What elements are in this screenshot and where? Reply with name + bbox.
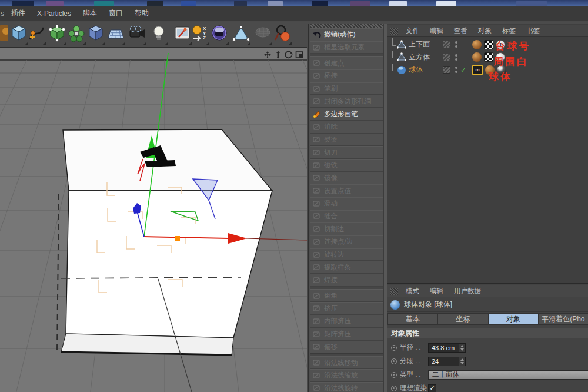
menu-item[interactable]: 插件 — [5, 6, 31, 21]
checker-texture-tag-icon[interactable] — [484, 52, 493, 62]
panel-grip[interactable] — [390, 288, 398, 295]
object-manager-menu-item[interactable]: 标签 — [497, 26, 521, 35]
command-menu-item[interactable]: 磁铁 — [310, 159, 385, 172]
command-menu-item[interactable]: 切刀 — [310, 146, 385, 159]
object-manager-menu-item[interactable]: 编辑 — [425, 26, 449, 35]
spline-pen-tool-button[interactable] — [27, 23, 46, 45]
command-menu-item[interactable]: 旋转边 — [310, 248, 385, 261]
object-row[interactable]: 上下面1 — [387, 38, 588, 51]
type-dropdown[interactable]: 二十面体 — [428, 370, 588, 380]
command-menu-item[interactable]: 倒角 — [310, 290, 385, 303]
visibility-dots[interactable] — [454, 54, 459, 61]
tab-object[interactable]: 对象 — [489, 313, 539, 325]
stepper-arrows[interactable] — [459, 344, 465, 352]
command-menu-item[interactable]: 桥接 — [310, 69, 385, 82]
menu-item[interactable]: 帮助 — [129, 6, 155, 21]
attribute-menu-item[interactable]: 用户数据 — [449, 287, 486, 295]
toggle-view-icon[interactable] — [295, 51, 303, 59]
viewport-3d[interactable] — [0, 47, 307, 392]
animation-dot-icon[interactable] — [391, 345, 397, 351]
command-menu-item[interactable]: 缝合 — [310, 210, 385, 223]
command-menu-item[interactable]: 镜像 — [310, 172, 385, 185]
camera-tool-button[interactable] — [128, 23, 147, 45]
command-menu-item[interactable]: 切割边 — [310, 222, 385, 235]
checker-texture-tag-icon[interactable] — [484, 40, 493, 49]
menu-item[interactable]: 窗口 — [103, 6, 129, 21]
dolly-view-icon[interactable] — [274, 51, 282, 59]
pan-view-icon[interactable] — [263, 51, 272, 59]
command-menu-item[interactable]: 创建点 — [310, 57, 385, 69]
attribute-menu-item[interactable]: 模式 — [400, 287, 425, 295]
enabled-check[interactable]: ✓ — [460, 66, 467, 74]
command-menu-item[interactable]: 内部挤压 — [310, 315, 385, 328]
tab-attr[interactable]: 基本 — [387, 313, 438, 325]
disabled-grid-tool-button[interactable] — [253, 23, 273, 45]
animation-dot-icon[interactable] — [391, 372, 397, 378]
coordinates-xyz-tool-button[interactable]: XYZ — [191, 23, 210, 45]
instance-cube-tool-button[interactable] — [86, 23, 106, 45]
object-row[interactable]: 球体✓∞ — [387, 64, 588, 77]
object-manager-menu-item[interactable]: 书签 — [521, 26, 545, 35]
render-perfect-checkbox[interactable]: ✓ — [428, 384, 436, 392]
polygon-mode-tool-button[interactable] — [232, 23, 251, 45]
layer-toggle[interactable] — [443, 41, 450, 48]
command-menu-item[interactable]: 消除 — [310, 121, 385, 134]
command-menu-item[interactable]: 矩阵挤压 — [310, 328, 385, 341]
object-name[interactable]: 上下面 — [409, 39, 439, 49]
viewport-canvas[interactable] — [0, 48, 307, 392]
animation-dot-icon[interactable] — [391, 358, 397, 364]
layer-toggle[interactable] — [443, 66, 450, 74]
command-menu-item[interactable]: 挤压 — [310, 302, 385, 315]
panel-grip[interactable] — [310, 24, 383, 28]
stepper-arrows[interactable] — [459, 357, 465, 366]
value-input[interactable]: 24 — [428, 357, 466, 366]
object-name[interactable]: 球体 — [409, 65, 439, 75]
tab-attr[interactable]: 坐标 — [438, 313, 488, 325]
command-menu-item[interactable]: 笔刷 — [310, 82, 385, 95]
object-name[interactable]: 立方体 — [409, 52, 439, 62]
menu-item[interactable]: X-Particles — [31, 6, 77, 21]
array-tool-button[interactable] — [67, 23, 86, 45]
render-view-tool-button[interactable] — [210, 23, 229, 45]
panel-grip[interactable] — [390, 28, 398, 35]
make-editable-tool-button[interactable] — [48, 23, 67, 45]
command-menu-item[interactable]: 熨烫 — [310, 134, 385, 147]
object-manager-menu-item[interactable]: 文件 — [400, 26, 425, 35]
object-manager-menu-item[interactable]: 查看 — [449, 26, 473, 35]
render-settings-tool-button[interactable] — [173, 23, 192, 45]
animation-dot-icon[interactable] — [391, 386, 397, 391]
command-menu-item[interactable]: 焊接 — [310, 274, 385, 287]
command-menu-item[interactable]: 框显选取元素 — [310, 41, 385, 54]
command-menu-item[interactable]: 沿法线移动 — [310, 356, 385, 369]
layer-toggle[interactable] — [443, 54, 450, 61]
object-manager-menu-item[interactable]: 对象 — [473, 26, 497, 35]
cube-object[interactable] — [57, 129, 272, 392]
command-menu-item[interactable]: 封闭多边形孔洞 — [310, 95, 385, 108]
visibility-dots[interactable] — [454, 41, 459, 48]
tab-attr[interactable]: 平滑着色(Pho — [539, 313, 588, 325]
object-row[interactable]: 立方体 — [387, 51, 588, 64]
command-menu-item[interactable]: 连接点/边 — [310, 235, 385, 248]
material-tag-icon[interactable] — [472, 40, 482, 49]
command-menu-item[interactable]: 撤销(动作) — [310, 28, 385, 41]
visibility-dots[interactable] — [454, 67, 459, 73]
command-menu-item[interactable]: 滑动 — [310, 197, 385, 210]
command-menu-item[interactable]: 沿法线缩放 — [310, 369, 385, 382]
command-menu-item[interactable]: 多边形画笔 — [310, 108, 385, 121]
orbit-view-icon[interactable] — [285, 51, 293, 59]
material-tag-icon[interactable] — [472, 52, 482, 62]
plane-primitive-tool-button[interactable] — [106, 23, 126, 45]
attribute-menu-item[interactable]: 编辑 — [425, 287, 449, 295]
command-menu-item[interactable]: 偏移 — [310, 341, 385, 354]
light-tool-button[interactable] — [149, 23, 169, 45]
command-menu-item[interactable]: 设置点值 — [310, 184, 385, 197]
command-menu-item[interactable]: 提取样条 — [310, 261, 385, 274]
cube-primitive-tool-button[interactable] — [9, 23, 29, 45]
partial-tool-button[interactable] — [0, 23, 9, 45]
menu-item-partial[interactable]: s — [0, 6, 5, 21]
phong-tag-selected-icon[interactable]: ∞ — [472, 65, 483, 75]
magnifier-render-tool-button[interactable] — [273, 23, 292, 45]
command-menu-item[interactable]: 沿法线旋转 — [310, 382, 385, 392]
value-input[interactable]: 43.8 cm — [428, 343, 466, 353]
menu-item[interactable]: 脚本 — [77, 6, 103, 21]
